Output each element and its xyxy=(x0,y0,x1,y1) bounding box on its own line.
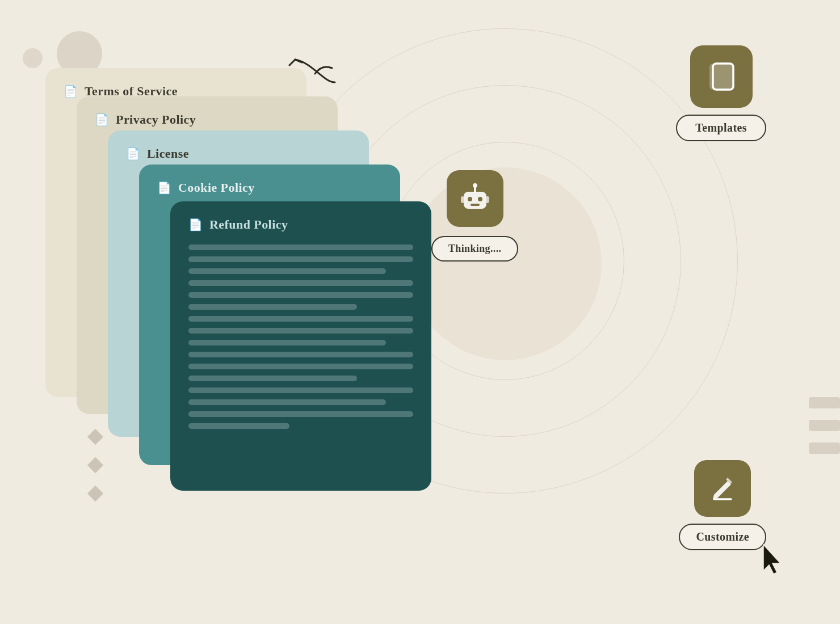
thinking-text: Thinking.... xyxy=(448,243,501,254)
content-line xyxy=(188,399,386,405)
content-line xyxy=(188,352,413,357)
content-line xyxy=(188,268,386,274)
svg-rect-0 xyxy=(464,192,486,209)
templates-section[interactable]: Templates xyxy=(676,45,766,141)
arrow-annotation xyxy=(278,51,346,99)
decorative-diamond-3 xyxy=(87,486,103,501)
content-line xyxy=(188,316,413,322)
card-2-title: Privacy Policy xyxy=(116,112,196,127)
svg-point-1 xyxy=(468,197,472,201)
robot-icon xyxy=(458,182,492,216)
document-icon-2: 📄 xyxy=(95,113,109,127)
card-3-header: 📄 License xyxy=(126,146,351,161)
svg-rect-3 xyxy=(471,204,480,206)
document-icon-3: 📄 xyxy=(126,147,140,161)
customize-section[interactable]: Customize xyxy=(679,460,766,550)
content-line xyxy=(188,376,357,381)
card-4-title: Cookie Policy xyxy=(178,180,255,195)
decorative-diamond-2 xyxy=(87,457,103,473)
robot-thinking-section: Thinking.... xyxy=(431,170,518,262)
card-5-header: 📄 Refund Policy xyxy=(188,217,413,232)
document-icon-5: 📄 xyxy=(188,218,203,231)
content-line xyxy=(188,304,357,310)
content-line xyxy=(188,256,413,262)
card-4-header: 📄 Cookie Policy xyxy=(157,180,382,195)
content-line xyxy=(188,280,413,286)
content-line xyxy=(188,364,413,369)
templates-icon xyxy=(704,59,739,94)
content-line xyxy=(188,340,386,345)
svg-point-5 xyxy=(473,183,477,188)
content-line xyxy=(188,411,413,417)
svg-rect-7 xyxy=(486,196,489,203)
content-line xyxy=(188,387,413,393)
card-5-title: Refund Policy xyxy=(209,217,288,232)
templates-badge[interactable]: Templates xyxy=(676,115,766,141)
customize-icon xyxy=(707,473,738,504)
customize-badge[interactable]: Customize xyxy=(679,524,766,550)
thinking-badge: Thinking.... xyxy=(431,236,518,262)
customize-icon-box[interactable] xyxy=(694,460,751,517)
svg-rect-6 xyxy=(461,196,464,203)
decorative-diamond-1 xyxy=(87,429,103,445)
content-line-short xyxy=(188,423,289,429)
decorative-scrollbar-1 xyxy=(809,397,840,408)
content-line xyxy=(188,292,413,298)
customize-label: Customize xyxy=(696,530,749,543)
content-line xyxy=(188,328,413,334)
card-2-header: 📄 Privacy Policy xyxy=(95,112,320,127)
content-line xyxy=(188,244,413,250)
card-3-title: License xyxy=(147,146,189,161)
document-icon: 📄 xyxy=(64,85,78,98)
cursor-arrow xyxy=(759,542,786,579)
templates-label: Templates xyxy=(695,121,747,134)
svg-point-2 xyxy=(478,197,482,201)
document-icon-4: 📄 xyxy=(157,181,171,195)
decorative-scrollbar-2 xyxy=(809,420,840,431)
decorative-dot-small xyxy=(23,48,43,68)
templates-icon-box[interactable] xyxy=(690,45,753,108)
decorative-scrollbar-3 xyxy=(809,442,840,454)
content-lines xyxy=(188,244,413,429)
robot-icon-box xyxy=(447,170,503,227)
card-refund-policy[interactable]: 📄 Refund Policy xyxy=(170,201,431,491)
